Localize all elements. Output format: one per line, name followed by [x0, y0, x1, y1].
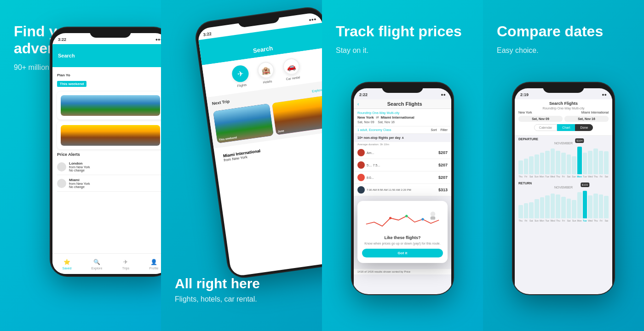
ret-bar-3[interactable]	[535, 199, 539, 218]
ret-bar-9[interactable]	[567, 199, 571, 218]
subheadline-track: Stay on it.	[336, 46, 469, 56]
ret-bar-0[interactable]	[518, 205, 523, 218]
ret-bar-13[interactable]	[588, 195, 592, 218]
dep-bar-7[interactable]	[556, 151, 560, 174]
trips-icon: ✈	[122, 258, 129, 266]
ret-day-0: Thu	[518, 219, 523, 222]
route-arrow-icon: ⇌	[376, 115, 379, 120]
dest-card-1[interactable]: This weekend	[213, 103, 274, 143]
ret-bar-16[interactable]	[604, 196, 609, 218]
dep-bar-12[interactable]	[583, 153, 587, 174]
ret-bar-5[interactable]	[545, 195, 550, 218]
nav-explore[interactable]: 🔍 Explore	[92, 258, 103, 270]
dep-bar-16[interactable]	[604, 151, 609, 174]
dep-day-15: Fri	[599, 175, 604, 178]
ret-bar-15[interactable]	[599, 194, 604, 218]
dep-bar-4[interactable]	[540, 153, 545, 174]
ret-day-16: Sat	[604, 219, 609, 222]
sort-button[interactable]: Sort	[431, 128, 437, 131]
svg-point-2	[421, 218, 424, 220]
dep-day-5: Tue	[545, 175, 550, 178]
signal-icons: ●●●	[155, 37, 161, 42]
all-right-here-headline: All right here	[175, 276, 308, 292]
ret-day-7: Thu	[556, 219, 561, 222]
flights-label: Flights	[237, 83, 247, 88]
dep-price-bubble: $104	[575, 138, 584, 143]
nav-saved[interactable]: ⭐ Saved	[63, 258, 72, 270]
car-rental-icon-item[interactable]: 🚗 Car rental	[282, 57, 301, 81]
ret-month-label: NOVEMBER	[518, 186, 609, 189]
panel-track-prices: Track flight prices Stay on it. 2:22 ●● …	[322, 0, 483, 331]
phone-1-body: 3:22 ●●● Search Plan Yo This weekend	[51, 28, 161, 276]
ret-bar-6[interactable]	[551, 194, 555, 218]
ret-bar-10[interactable]	[572, 200, 576, 218]
chart-dates-row: Sat, Nov 09 Sat, Nov 16	[518, 116, 609, 122]
dep-bar-13[interactable]	[588, 151, 592, 174]
dep-day-6: Wed	[550, 175, 555, 178]
dep-bar-5[interactable]	[545, 151, 550, 174]
depart-date-btn[interactable]: Sat, Nov 09	[518, 116, 563, 122]
ret-bar-7[interactable]	[556, 194, 560, 218]
return-date-btn[interactable]: Sat, Nov 16	[564, 116, 609, 122]
ret-bar-11[interactable]	[577, 192, 582, 218]
dep-day-10: Sun	[572, 175, 576, 178]
got-it-button[interactable]: Got it	[362, 249, 443, 257]
dep-bar-1[interactable]	[524, 159, 529, 174]
ret-bar-8[interactable]	[561, 197, 566, 219]
ret-bar-12[interactable]: $103	[583, 191, 587, 218]
headline-compare: Compare dates	[497, 23, 630, 40]
flights-hotels-sub: Flights, hotels, car rental.	[175, 295, 308, 303]
alert-from-london: from New York	[69, 166, 90, 169]
flights-icon-item[interactable]: ✈ Flights	[231, 64, 250, 88]
ret-bar-4[interactable]	[540, 197, 545, 218]
dep-bar-0[interactable]	[518, 160, 523, 174]
passenger-info: 1 adult, Economy Class	[357, 128, 391, 131]
car-rental-label: Car rental	[286, 75, 300, 80]
travel-card-1	[57, 91, 161, 120]
ret-bar-2[interactable]	[529, 202, 534, 218]
dep-bar-3[interactable]	[535, 154, 539, 174]
dep-bar-10[interactable]	[572, 156, 576, 174]
hotels-label: Hotels	[263, 80, 272, 84]
search-flights-title: Search Flights	[362, 101, 448, 107]
dest-photo-1	[213, 103, 274, 143]
explore-icon: 🔍	[93, 258, 100, 266]
departure-chart-section: DEPARTURE NOVEMBER $104 ThuFriSatSunMonT…	[515, 136, 612, 180]
chart-toggle[interactable]: Chart	[557, 124, 575, 131]
hotels-icon-item[interactable]: 🏨 Hotels	[257, 61, 276, 85]
dep-bar-9[interactable]	[567, 154, 571, 174]
ret-day-6: Wed	[550, 219, 555, 222]
ret-day-3: Sun	[535, 219, 539, 222]
dep-bar-15[interactable]	[599, 151, 604, 174]
flight-row-1: Am... $207	[354, 147, 451, 159]
nav-profile[interactable]: 👤 Profile	[150, 258, 159, 270]
dep-bar-6[interactable]	[551, 148, 555, 174]
ret-bar-1[interactable]	[524, 203, 529, 218]
dep-bar-11[interactable]: $104	[577, 147, 582, 174]
flight-row-3: 8:0... $207	[354, 171, 451, 184]
nav-trips[interactable]: ✈ Trips	[122, 258, 129, 270]
dep-bar-8[interactable]	[561, 153, 566, 174]
airline-logo-3	[357, 174, 365, 181]
dep-day-9: Sat	[566, 175, 571, 178]
dep-bar-2[interactable]	[529, 156, 534, 174]
alert-name-miami: Miami	[69, 178, 90, 182]
svg-point-1	[405, 215, 408, 217]
filter-button[interactable]: Filter	[440, 128, 448, 131]
price-alerts-title: Price Alerts	[57, 152, 161, 157]
back-button[interactable]: ‹	[357, 102, 359, 107]
explore-all-link[interactable]: Explore All	[312, 87, 322, 93]
chart-title: Search Flights	[518, 101, 609, 106]
calendar-toggle[interactable]: Calendar	[534, 124, 557, 131]
return-label: RETURN	[518, 182, 609, 185]
dest-photo-2	[272, 95, 322, 135]
results-count: 1416 of 1416 results shown sorted by Pri…	[354, 269, 451, 274]
phone-1-screen: 3:22 ●●● Search Plan Yo This weekend	[52, 33, 161, 274]
ret-bar-14[interactable]	[593, 194, 598, 218]
svg-point-3	[431, 211, 436, 217]
done-toggle[interactable]: Done	[575, 124, 593, 131]
alert-from-miami: from New York	[69, 182, 90, 185]
dep-bar-14[interactable]	[593, 148, 598, 174]
p3-signal: ●●	[441, 92, 446, 97]
dest-card-2[interactable]: June	[272, 95, 322, 135]
